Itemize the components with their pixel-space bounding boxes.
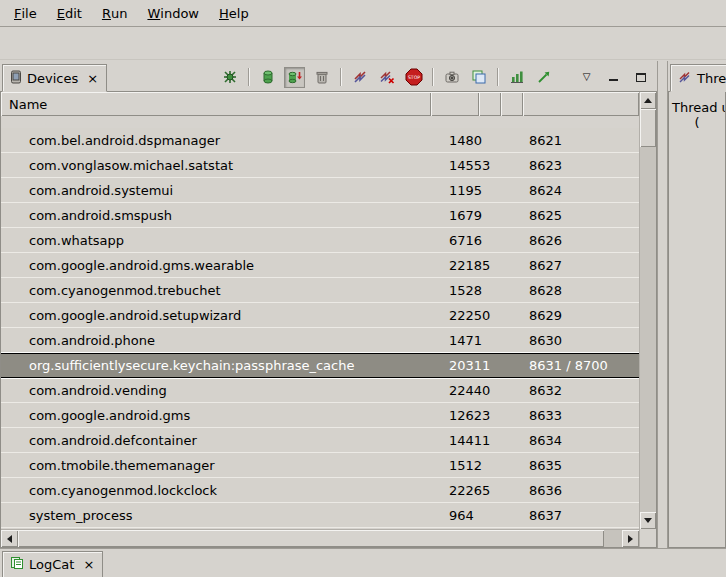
horizontal-scrollbar[interactable]: [1, 529, 639, 547]
system-info-icon[interactable]: [468, 67, 489, 88]
table-row[interactable]: org.sufficientlysecure.keychain:passphra…: [1, 353, 639, 378]
table-row[interactable]: com.android.vending224408632: [1, 378, 639, 403]
panel-sash[interactable]: [658, 61, 667, 548]
process-name: com.android.vending: [1, 383, 431, 398]
process-pid: 1480: [431, 133, 479, 148]
tab-devices[interactable]: Devices ×: [2, 64, 107, 92]
process-pid: 20311: [431, 358, 479, 373]
process-port: 8637: [523, 508, 639, 523]
dump-hprof-icon[interactable]: [284, 67, 305, 88]
process-pid: 6716: [431, 233, 479, 248]
process-pid: 964: [431, 508, 479, 523]
threads-tab-icon: [678, 70, 692, 87]
table-row[interactable]: com.google.android.setupwizard222508629: [1, 303, 639, 328]
column-header-pid[interactable]: [431, 92, 479, 116]
menu-run[interactable]: Run: [92, 0, 138, 26]
process-pid: 1195: [431, 183, 479, 198]
horizontal-scroll-trough[interactable]: [604, 530, 622, 547]
process-port: 8625: [523, 208, 639, 223]
process-name: com.android.smspush: [1, 208, 431, 223]
start-profiling-icon[interactable]: [533, 67, 554, 88]
scroll-up-button[interactable]: [640, 92, 656, 109]
menu-file[interactable]: File: [4, 0, 47, 26]
process-name: com.cyanogenmod.trebuchet: [1, 283, 431, 298]
devices-tab-icon: [10, 70, 22, 87]
devices-table: Name com.bel.android.dspmanager14808621c…: [0, 92, 657, 548]
close-icon[interactable]: ×: [86, 72, 99, 85]
process-pid: 14553: [431, 158, 479, 173]
column-header-name[interactable]: Name: [1, 92, 431, 116]
column-header-blank1[interactable]: [479, 92, 501, 116]
maximize-icon[interactable]: [630, 67, 651, 88]
top-toolbar-strip: [0, 27, 726, 60]
stop-process-icon[interactable]: STOP: [403, 67, 424, 88]
menu-window[interactable]: Window: [137, 0, 209, 26]
scrollbar-corner: [639, 529, 656, 547]
table-row[interactable]: com.android.systemui11958624: [1, 178, 639, 203]
process-pid: 1679: [431, 208, 479, 223]
column-header-blank2[interactable]: [501, 92, 523, 116]
threads-message: Thread up (: [668, 92, 726, 548]
table-row[interactable]: com.whatsapp67168626: [1, 228, 639, 253]
vertical-scrollbar[interactable]: [639, 92, 656, 529]
process-pid: 1528: [431, 283, 479, 298]
scroll-left-button[interactable]: [1, 530, 18, 547]
table-row[interactable]: com.google.android.gms126238633: [1, 403, 639, 428]
update-threads-icon[interactable]: [349, 67, 370, 88]
table-rows: com.bel.android.dspmanager14808621com.vo…: [1, 116, 639, 529]
process-pid: 12623: [431, 408, 479, 423]
process-port: 8623: [523, 158, 639, 173]
process-pid: 14411: [431, 433, 479, 448]
method-profiling-icon[interactable]: [506, 67, 527, 88]
threads-panel: Threads Thread up (: [667, 61, 726, 548]
table-row[interactable]: com.android.phone14718630: [1, 328, 639, 353]
devices-panel: Devices ×: [0, 61, 658, 548]
close-icon[interactable]: ×: [82, 558, 95, 571]
process-name: com.bel.android.dspmanager: [1, 133, 431, 148]
process-name: com.android.defcontainer: [1, 433, 431, 448]
table-row[interactable]: com.android.defcontainer144118634: [1, 428, 639, 453]
table-row[interactable]: com.google.android.gms.wearable221858627: [1, 253, 639, 278]
tab-label: LogCat: [29, 557, 74, 572]
logcat-bar: LogCat ×: [0, 548, 726, 577]
table-row[interactable]: com.cyanogenmod.trebuchet15288628: [1, 278, 639, 303]
view-menu-icon[interactable]: ▽: [576, 67, 597, 88]
update-heap-icon[interactable]: [257, 67, 278, 88]
vertical-scroll-trough[interactable]: [640, 147, 656, 512]
tab-logcat[interactable]: LogCat ×: [2, 551, 103, 577]
scroll-right-button[interactable]: [622, 530, 639, 547]
debug-icon[interactable]: [219, 67, 240, 88]
process-port: 8634: [523, 433, 639, 448]
menu-edit[interactable]: Edit: [47, 0, 92, 26]
tab-threads[interactable]: Threads: [670, 64, 726, 92]
screenshot-icon[interactable]: [441, 67, 462, 88]
process-port: 8621: [523, 133, 639, 148]
minimize-icon[interactable]: [603, 67, 624, 88]
table-row[interactable]: com.bel.android.dspmanager14808621: [1, 128, 639, 153]
threads-message-line1: Thread up: [669, 100, 725, 115]
process-port: 8632: [523, 383, 639, 398]
table-row[interactable]: com.tmobile.thememanager15128635: [1, 453, 639, 478]
process-name: com.android.systemui: [1, 183, 431, 198]
column-header-port[interactable]: [523, 92, 639, 116]
vertical-scroll-thumb[interactable]: [640, 109, 656, 147]
menu-help[interactable]: Help: [209, 0, 259, 26]
cause-gc-icon[interactable]: [311, 67, 332, 88]
logcat-tab-icon: [10, 556, 24, 573]
process-name: com.whatsapp: [1, 233, 431, 248]
process-pid: 22185: [431, 258, 479, 273]
table-row[interactable]: com.android.smspush16798625: [1, 203, 639, 228]
table-row[interactable]: com.cyanogenmod.lockclock222658636: [1, 478, 639, 503]
menubar: FileEditRunWindowHelp: [0, 0, 726, 27]
table-row[interactable]: system_process9648637: [1, 503, 639, 528]
process-name: com.google.android.gms.wearable: [1, 258, 431, 273]
process-port: 8630: [523, 333, 639, 348]
stop-threads-icon[interactable]: [376, 67, 397, 88]
process-name: com.cyanogenmod.lockclock: [1, 483, 431, 498]
table-row[interactable]: com.vonglasow.michael.satstat145538623: [1, 153, 639, 178]
scroll-down-button[interactable]: [640, 512, 656, 529]
process-pid: 22265: [431, 483, 479, 498]
horizontal-scroll-thumb[interactable]: [18, 530, 604, 547]
process-name: com.android.phone: [1, 333, 431, 348]
process-port: 8627: [523, 258, 639, 273]
